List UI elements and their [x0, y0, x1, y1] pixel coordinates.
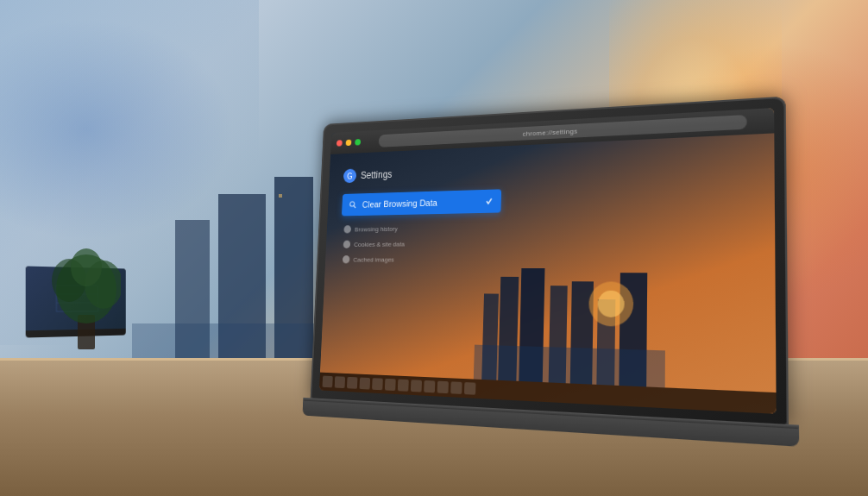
svg-point-36 — [350, 202, 355, 207]
clear-browsing-data-label: Clear Browsing Data — [362, 197, 479, 210]
settings-header: G Settings — [343, 163, 494, 183]
taskbar-icon-mail[interactable] — [385, 379, 396, 391]
settings-title-text: Settings — [361, 169, 393, 181]
item-icon-2 — [343, 241, 351, 248]
settings-panel: G Settings — [339, 163, 494, 269]
settings-item-2[interactable]: Cookies & site data — [340, 237, 492, 250]
taskbar-icon-search[interactable] — [335, 376, 345, 388]
svg-rect-16 — [279, 194, 282, 198]
settings-item-label-3: Cached images — [353, 255, 394, 263]
taskbar-icon-browser[interactable] — [359, 378, 370, 390]
taskbar-icon-settings[interactable] — [437, 381, 449, 394]
clear-browsing-data-result[interactable]: Clear Browsing Data — [342, 189, 501, 216]
taskbar-icon-files[interactable] — [372, 378, 383, 390]
taskbar-icon-task-view[interactable] — [347, 377, 357, 389]
svg-line-37 — [354, 206, 355, 208]
laptop-screen: chrome://settings — [319, 108, 777, 414]
item-icon-1 — [343, 225, 351, 233]
settings-item-label-1: Browsing history — [355, 225, 398, 233]
address-text: chrome://settings — [523, 127, 578, 137]
taskbar-icon-extra2[interactable] — [464, 382, 476, 395]
screen-city-skyline — [474, 268, 666, 387]
check-icon — [483, 195, 494, 207]
item-icon-3 — [343, 255, 350, 263]
settings-icon-letter: G — [347, 172, 353, 180]
settings-app-icon: G — [343, 169, 357, 184]
traffic-light-yellow[interactable] — [346, 140, 352, 147]
search-bar-container[interactable]: Clear Browsing Data — [342, 190, 494, 217]
search-icon — [348, 199, 358, 210]
taskbar-icon-music[interactable] — [424, 380, 435, 392]
taskbar-icon-start[interactable] — [322, 376, 332, 388]
laptop-bezel: chrome://settings — [311, 97, 789, 427]
settings-item-3[interactable]: Cached images — [339, 253, 491, 265]
taskbar-icon-store[interactable] — [398, 380, 409, 392]
svg-point-25 — [71, 248, 102, 286]
settings-item-label-2: Cookies & site data — [354, 240, 405, 248]
traffic-light-green[interactable] — [355, 139, 361, 146]
traffic-light-red[interactable] — [337, 140, 343, 146]
settings-item-1[interactable]: Browsing history — [341, 221, 493, 235]
background-scene: chrome://settings — [0, 0, 868, 496]
taskbar-icon-extra1[interactable] — [450, 381, 462, 394]
taskbar-icon-photos[interactable] — [411, 380, 422, 392]
laptop: chrome://settings — [310, 97, 789, 446]
plant-decoration — [52, 246, 121, 349]
screen-content: G Settings — [319, 133, 777, 413]
